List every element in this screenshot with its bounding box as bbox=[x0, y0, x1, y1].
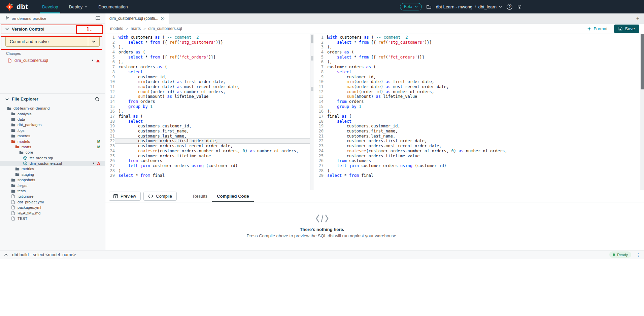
breadcrumb-item[interactable]: models bbox=[110, 26, 123, 31]
settings-gear-icon[interactable] bbox=[517, 4, 522, 10]
docs-book-icon[interactable] bbox=[96, 16, 100, 21]
code-line[interactable]: 2 select * from {{ ref('stg_customers')}… bbox=[105, 40, 314, 45]
tree-item-target[interactable]: target bbox=[0, 183, 105, 188]
compile-button[interactable]: Compile bbox=[143, 192, 177, 201]
code-line[interactable]: 25 customer_orders.lifetime_value bbox=[105, 154, 314, 159]
save-button[interactable]: Save bbox=[614, 25, 639, 33]
tree-item-packages-yml[interactable]: packages.yml bbox=[0, 205, 105, 210]
beta-badge[interactable]: Beta bbox=[400, 3, 422, 10]
code-line[interactable]: 8 select bbox=[105, 70, 314, 75]
file-explorer-header[interactable]: File Explorer bbox=[0, 93, 105, 104]
code-line[interactable]: 27 left join customer_orders using (cust… bbox=[105, 163, 314, 168]
code-line[interactable]: 1with customers as ( -- comment 2 bbox=[105, 35, 314, 40]
code-line[interactable]: 19 customers.customer_id, bbox=[314, 124, 644, 129]
tree-item-data[interactable]: data bbox=[0, 117, 105, 122]
kebab-menu-icon[interactable]: ⋮ bbox=[636, 252, 641, 258]
code-line[interactable]: 14 from orders bbox=[105, 99, 314, 104]
code-line[interactable]: 6), bbox=[314, 60, 644, 65]
code-line[interactable]: 29select * from final bbox=[105, 173, 314, 178]
breadcrumb-item[interactable]: marts bbox=[131, 26, 141, 31]
tree-item--gitignore[interactable]: .gitignore bbox=[0, 194, 105, 199]
code-line[interactable]: 29select * from final bbox=[314, 173, 644, 178]
code-line[interactable]: 7customer_orders as ( bbox=[314, 65, 644, 70]
code-line[interactable]: 3), bbox=[105, 45, 314, 50]
tree-item-tests[interactable]: tests bbox=[0, 188, 105, 194]
nav-item-documentation[interactable]: Documentation bbox=[93, 0, 133, 13]
tree-item-snapshots[interactable]: snapshots bbox=[0, 177, 105, 183]
code-line[interactable]: 7customer_orders as ( bbox=[105, 65, 314, 70]
code-line[interactable]: 23 customer_orders.most_recent_order_dat… bbox=[105, 144, 314, 149]
editor-tab-dim-customers[interactable]: dim_customers.sql (confli... bbox=[105, 13, 169, 24]
code-line[interactable]: 9 customer_id, bbox=[105, 75, 314, 80]
git-branch-row[interactable]: on-demand-practice bbox=[0, 13, 105, 24]
editor-pane-left[interactable]: 1with customers as ( -- comment 22 selec… bbox=[105, 34, 314, 190]
code-line[interactable]: 18 select bbox=[105, 119, 314, 124]
code-line[interactable]: 22 customer_orders.first_order_date, bbox=[105, 139, 314, 144]
code-line[interactable]: 16), bbox=[105, 109, 314, 114]
code-line[interactable]: 6), bbox=[105, 60, 314, 65]
preview-button[interactable]: Preview bbox=[109, 192, 141, 201]
tree-item-dbt-project-yml[interactable]: dbt_project.yml bbox=[0, 199, 105, 205]
code-line[interactable]: 12 count(order_id) as number_of_orders, bbox=[105, 89, 314, 94]
code-line[interactable]: 27 left join customer_orders using (cust… bbox=[314, 163, 644, 168]
tree-item-readme-md[interactable]: README.md bbox=[0, 210, 105, 215]
code-line[interactable]: 9 customer_id, bbox=[314, 75, 644, 80]
code-line[interactable]: 25 customer_orders.lifetime_value bbox=[314, 154, 644, 159]
code-line[interactable]: 24 coalesce(customer_orders.number_of_or… bbox=[314, 149, 644, 154]
tree-item-dim-customers-sql[interactable]: dim_customers.sql• bbox=[0, 161, 105, 166]
code-line[interactable]: 10 min(order_date) as first_order_date, bbox=[105, 79, 314, 84]
new-tab-button[interactable]: + bbox=[636, 15, 639, 22]
commit-and-resolve-button[interactable]: Commit and resolve bbox=[5, 36, 100, 47]
editor-scrollbar-left[interactable] bbox=[310, 34, 314, 190]
tab-results[interactable]: Results bbox=[188, 190, 212, 202]
code-area-right[interactable]: 1with customers as ( -- comment 22 selec… bbox=[314, 35, 644, 178]
code-line[interactable]: 10 min(order_date) as first_order_date, bbox=[314, 79, 644, 84]
code-line[interactable]: 3), bbox=[314, 45, 644, 50]
tree-item-fct-orders-sql[interactable]: fct_orders.sql bbox=[0, 155, 105, 161]
code-line[interactable]: 22 customer_orders.first_order_date, bbox=[314, 139, 644, 144]
breadcrumb-item[interactable]: dim_customers.sql bbox=[148, 26, 182, 31]
command-input[interactable]: dbt build --select <model_name> bbox=[12, 252, 76, 257]
tree-item-models[interactable]: modelsM bbox=[0, 139, 105, 144]
tree-item-dbt-packages[interactable]: dbt_packages bbox=[0, 122, 105, 127]
code-line[interactable]: 21 customers.last_name, bbox=[105, 134, 314, 139]
tree-item-metrics[interactable]: metrics bbox=[0, 166, 105, 171]
code-line[interactable]: 4orders as ( bbox=[105, 50, 314, 55]
code-line[interactable]: 26 from customers bbox=[314, 158, 644, 163]
code-line[interactable]: 18 select bbox=[314, 119, 644, 124]
code-line[interactable]: 5 select * from {{ ref('fct_orders')}} bbox=[105, 55, 314, 60]
tree-item-staging[interactable]: staging bbox=[0, 172, 105, 177]
code-line[interactable]: 23 customer_orders.most_recent_order_dat… bbox=[314, 144, 644, 149]
tree-item-macros[interactable]: macros bbox=[0, 133, 105, 139]
changed-file-row[interactable]: dim_customers.sql• bbox=[0, 57, 105, 64]
code-line[interactable]: 26 from customers bbox=[105, 158, 314, 163]
tree-item-analysis[interactable]: analysis bbox=[0, 111, 105, 116]
code-line[interactable]: 2 select * from {{ ref('stg_customers')}… bbox=[314, 40, 644, 45]
tree-item-core[interactable]: core bbox=[0, 150, 105, 155]
code-line[interactable]: 24 coalesce(customer_orders.number_of_or… bbox=[105, 149, 314, 154]
code-line[interactable]: 15 group by 1 bbox=[105, 104, 314, 109]
code-area-left[interactable]: 1with customers as ( -- comment 22 selec… bbox=[105, 35, 314, 178]
code-line[interactable]: 12 count(order_id) as number_of_orders, bbox=[314, 89, 644, 94]
search-icon[interactable] bbox=[95, 97, 100, 102]
tab-compiled-code[interactable]: Compiled Code bbox=[212, 190, 253, 202]
tree-item-logs[interactable]: logs bbox=[0, 128, 105, 133]
tree-item-test[interactable]: TEST bbox=[0, 216, 105, 221]
expand-panel-chevron-up-icon[interactable] bbox=[3, 253, 8, 256]
code-line[interactable]: 21 customers.last_name, bbox=[314, 134, 644, 139]
code-line[interactable]: 11 max(order_date) as most_recent_order_… bbox=[105, 84, 314, 89]
code-line[interactable]: 13 sum(amount) as lifetime_value bbox=[314, 94, 644, 99]
commit-options-caret[interactable] bbox=[88, 37, 99, 46]
tree-item-marts[interactable]: martsM bbox=[0, 144, 105, 150]
code-line[interactable]: 1with customers as ( -- comment 2 bbox=[314, 35, 644, 40]
window-scrollbar[interactable] bbox=[640, 34, 644, 190]
editor-pane-right[interactable]: 1with customers as ( -- comment 22 selec… bbox=[314, 34, 644, 190]
code-line[interactable]: 8 select bbox=[314, 70, 644, 75]
code-line[interactable]: 15 group by 1 bbox=[314, 104, 644, 109]
account-switcher[interactable]: dbt Learn - mwong / dbt_learn bbox=[436, 4, 502, 9]
code-line[interactable]: 28) bbox=[105, 168, 314, 173]
code-line[interactable]: 4orders as ( bbox=[314, 50, 644, 55]
dbt-logo-icon[interactable] bbox=[5, 3, 14, 11]
code-line[interactable]: 5 select * from {{ ref('fct_orders')}} bbox=[314, 55, 644, 60]
tree-item-dbt-learn-on-demand[interactable]: dbt-learn-on-demand bbox=[0, 106, 105, 111]
